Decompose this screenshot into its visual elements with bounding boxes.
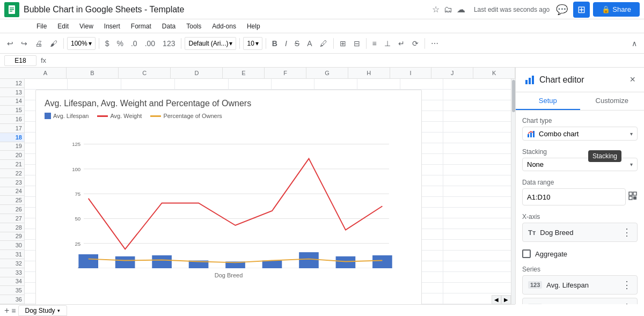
sheet-tab-dog-study[interactable]: Dog Study ▾: [18, 305, 67, 316]
comments-button[interactable]: 💬: [554, 2, 570, 18]
aggregate-label: Aggregate: [535, 250, 567, 258]
format-number-button[interactable]: 123: [160, 38, 178, 49]
row-35: 35: [0, 286, 24, 295]
svg-rect-35: [629, 196, 632, 200]
decimal-increase-button[interactable]: .00: [142, 38, 158, 49]
svg-rect-1: [10, 8, 14, 9]
divider-4: [239, 38, 240, 49]
lock-icon: 🔒: [602, 5, 610, 13]
chart-type-selector[interactable]: Combo chart ▾: [522, 127, 638, 141]
col-header-b[interactable]: B: [67, 68, 119, 78]
menu-help[interactable]: Help: [243, 21, 265, 31]
paint-format-button[interactable]: 🖌: [47, 38, 60, 49]
row-15: 15: [0, 106, 24, 115]
data-range-grid-button[interactable]: [628, 191, 638, 203]
present-button[interactable]: ⊞: [573, 2, 590, 18]
svg-rect-28: [529, 78, 531, 84]
borders-button[interactable]: ⊞: [337, 38, 349, 49]
menu-file[interactable]: File: [32, 21, 51, 31]
divider-2: [99, 38, 99, 49]
cloud-icon[interactable]: ☁: [457, 4, 465, 14]
text-color-button[interactable]: A: [304, 38, 314, 49]
bottom-bar: + ≡ Dog Study ▾: [0, 304, 515, 316]
stacking-selector[interactable]: None ▾: [522, 158, 638, 171]
svg-text:25: 25: [75, 241, 80, 247]
stacking-section: Stacking None ▾ Stacking: [522, 148, 638, 171]
col-header-e[interactable]: E: [223, 68, 265, 78]
chart-container[interactable]: Avg. Lifespan, Avg. Weight and Percentag…: [35, 90, 422, 304]
zoom-value: 100%: [71, 40, 87, 47]
menu-edit[interactable]: Edit: [53, 21, 73, 31]
col-header-k[interactable]: K: [473, 68, 515, 78]
share-button[interactable]: 🔒 Share: [593, 2, 640, 17]
spreadsheet-area[interactable]: Avg. Lifespan, Avg. Weight and Percentag…: [25, 79, 515, 304]
menu-tools[interactable]: Tools: [182, 21, 206, 31]
row-22: 22: [0, 169, 24, 178]
formula-input[interactable]: [50, 55, 640, 66]
menu-data[interactable]: Data: [158, 21, 180, 31]
align-button[interactable]: ≡: [370, 38, 379, 49]
menu-view[interactable]: View: [75, 21, 98, 31]
more-toolbar-button[interactable]: ⋯: [428, 38, 441, 49]
tab-setup[interactable]: Setup: [516, 92, 580, 110]
col-header-c[interactable]: C: [119, 68, 171, 78]
fx-label: fx: [39, 56, 48, 64]
col-header-a[interactable]: A: [25, 68, 67, 78]
vertical-scrollbar[interactable]: [511, 79, 515, 304]
col-header-j[interactable]: J: [431, 68, 473, 78]
x-axis-more-button[interactable]: ⋮: [622, 226, 632, 238]
x-axis-section: X-axis Tт Dog Breed ⋮: [522, 213, 638, 242]
add-sheet-button[interactable]: +: [4, 306, 9, 315]
series-num-icon-lifespan: 123: [528, 281, 542, 289]
valign-button[interactable]: ⊥: [382, 38, 393, 49]
series-item-weight: 123 Avg. Weight ⋮: [522, 298, 638, 304]
col-header-g[interactable]: G: [306, 68, 348, 78]
font-family-selector[interactable]: Default (Ari...) ▾: [185, 37, 236, 50]
close-editor-button[interactable]: ×: [630, 74, 635, 85]
menu-format[interactable]: Format: [127, 21, 156, 31]
series-item-lifespan: 123 Avg. Lifespan ⋮: [522, 275, 638, 295]
col-header-f[interactable]: F: [265, 68, 306, 78]
font-family-value: Default (Ari...): [188, 40, 228, 47]
tab-customize[interactable]: Customize: [580, 92, 645, 110]
grid-select-icon: [628, 191, 638, 201]
currency-button[interactable]: $: [103, 38, 112, 49]
star-icon[interactable]: ☆: [432, 4, 440, 14]
row-23: 23: [0, 178, 24, 187]
col-header-i[interactable]: I: [390, 68, 432, 78]
legend-color-lifespan: [45, 113, 51, 119]
row-16: 16: [0, 115, 24, 124]
highlight-button[interactable]: 🖊: [317, 38, 330, 49]
chart-type-dropdown-icon: ▾: [630, 131, 633, 137]
scrollbar-thumb[interactable]: [512, 80, 515, 112]
font-size-selector[interactable]: 10 ▾: [243, 37, 262, 50]
collapse-toolbar-button[interactable]: ∧: [629, 38, 640, 49]
decimal-decrease-button[interactable]: .0: [128, 38, 140, 49]
menu-addons[interactable]: Add-ons: [208, 21, 240, 31]
folder-icon[interactable]: 🗂: [444, 5, 452, 14]
italic-button[interactable]: I: [282, 38, 290, 49]
col-header-h[interactable]: H: [348, 68, 390, 78]
bold-button[interactable]: B: [269, 38, 280, 49]
percent-button[interactable]: %: [114, 38, 126, 49]
col-header-d[interactable]: D: [171, 68, 223, 78]
chart-x-label: Dog Breed: [45, 272, 413, 278]
scroll-right-button[interactable]: ▶: [501, 295, 511, 304]
sheets-list-button[interactable]: ≡: [11, 306, 16, 315]
aggregate-checkbox[interactable]: [522, 249, 531, 258]
redo-button[interactable]: ↪: [18, 38, 30, 49]
undo-button[interactable]: ↩: [4, 38, 16, 49]
data-range-input[interactable]: [522, 188, 626, 205]
series-more-button-lifespan[interactable]: ⋮: [622, 279, 632, 291]
cell-reference[interactable]: [4, 55, 36, 66]
rotate-button[interactable]: ⟳: [409, 38, 421, 49]
wrap-button[interactable]: ↵: [396, 38, 407, 49]
scroll-left-button[interactable]: ◀: [492, 295, 501, 304]
strikethrough-button[interactable]: S: [292, 38, 302, 49]
menu-insert[interactable]: Insert: [100, 21, 125, 31]
series-more-button-weight[interactable]: ⋮: [622, 302, 632, 304]
zoom-selector[interactable]: 100% ▾: [67, 37, 96, 50]
merge-button[interactable]: ⊟: [351, 38, 363, 49]
print-button[interactable]: 🖨: [32, 38, 45, 49]
row-numbers: 12 13 14 15 16 17 18 19 20 21 22 23 24 2…: [0, 79, 25, 304]
